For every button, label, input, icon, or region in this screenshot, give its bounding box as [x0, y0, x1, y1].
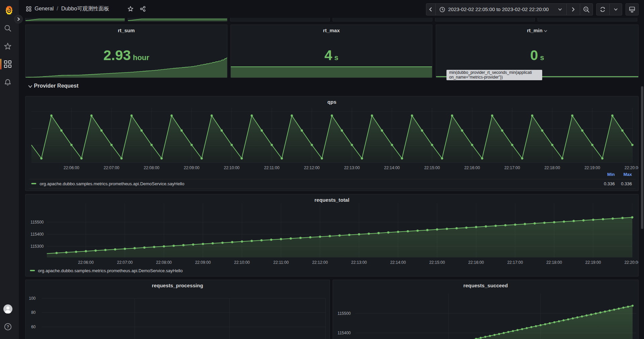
svg-text:22:08:00: 22:08:00 [144, 165, 160, 170]
svg-text:22:16:00: 22:16:00 [464, 165, 480, 170]
svg-text:22:15:00: 22:15:00 [429, 260, 445, 265]
svg-text:org.apache.dubbo.samples.metri: org.apache.dubbo.samples.metrics.prometh… [40, 181, 184, 186]
svg-text:22:14:00: 22:14:00 [384, 165, 400, 170]
svg-text:0.336: 0.336 [604, 181, 615, 186]
svg-text:22:11:00: 22:11:00 [264, 165, 280, 170]
svg-text:0.336: 0.336 [621, 181, 632, 186]
svg-text:22:06:00: 22:06:00 [63, 165, 79, 170]
svg-text:115300: 115300 [31, 244, 44, 249]
svg-text:22:07:00: 22:07:00 [104, 165, 120, 170]
svg-text:org.apache.dubbo.samples.metri: org.apache.dubbo.samples.metrics.prometh… [38, 268, 183, 273]
svg-text:22:18:00: 22:18:00 [546, 260, 562, 265]
svg-text:60: 60 [31, 325, 36, 329]
svg-text:22:15:00: 22:15:00 [424, 165, 440, 170]
svg-text:22:06:00: 22:06:00 [78, 260, 94, 265]
svg-text:22:11:00: 22:11:00 [273, 260, 289, 265]
svg-text:22:12:00: 22:12:00 [304, 165, 320, 170]
svg-text:22:18:00: 22:18:00 [544, 165, 560, 170]
svg-text:22:17:00: 22:17:00 [504, 165, 520, 170]
svg-text:100: 100 [29, 296, 36, 301]
svg-text:22:14:00: 22:14:00 [390, 260, 406, 265]
svg-text:22:07:00: 22:07:00 [117, 260, 133, 265]
svg-text:115500: 115500 [31, 220, 44, 225]
svg-text:22:13:00: 22:13:00 [351, 260, 367, 265]
svg-text:115500: 115500 [338, 311, 351, 316]
svg-text:?: ? [7, 324, 9, 329]
svg-text:22:12:00: 22:12:00 [312, 260, 328, 265]
svg-text:22:09:00: 22:09:00 [195, 260, 211, 265]
svg-text:22:10:00: 22:10:00 [224, 165, 240, 170]
svg-text:Max: Max [624, 172, 632, 177]
svg-text:22:09:00: 22:09:00 [184, 165, 200, 170]
svg-text:Min: Min [607, 172, 615, 177]
svg-text:22:19:00: 22:19:00 [585, 165, 600, 170]
svg-text:22:19:00: 22:19:00 [585, 260, 601, 265]
svg-text:115400: 115400 [338, 331, 351, 335]
svg-text:22:17:00: 22:17:00 [507, 260, 523, 265]
svg-text:22:10:00: 22:10:00 [234, 260, 250, 265]
svg-text:80: 80 [31, 310, 36, 315]
svg-text:115400: 115400 [31, 232, 44, 237]
svg-text:22:13:00: 22:13:00 [344, 165, 360, 170]
svg-text:22:16:00: 22:16:00 [468, 260, 484, 265]
svg-text:22:08:00: 22:08:00 [156, 260, 172, 265]
svg-text:22:20:00: 22:20:00 [625, 165, 639, 170]
svg-text:22:20:00: 22:20:00 [625, 260, 639, 265]
